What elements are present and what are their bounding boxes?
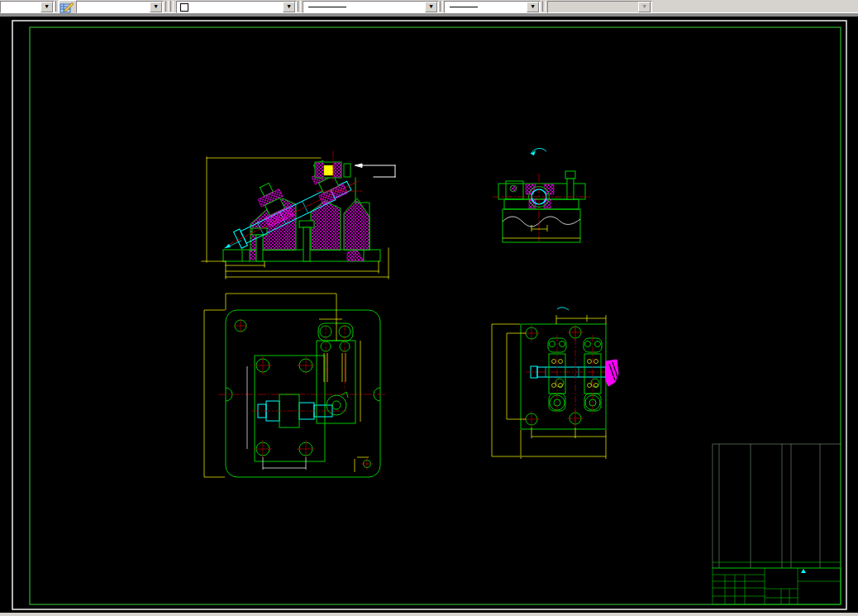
front-view	[202, 151, 395, 279]
dimension-lines	[204, 294, 369, 477]
break-line	[503, 217, 580, 227]
toolbar-separator	[170, 1, 174, 12]
linetype-sample	[308, 7, 346, 7]
university-logo	[801, 569, 806, 573]
chevron-down-icon[interactable]: ▼	[150, 2, 162, 12]
text-style-combo[interactable]: ▼	[76, 1, 164, 13]
linetype-control-combo[interactable]: ▼	[303, 1, 439, 13]
paper-border	[12, 21, 846, 609]
plan-view	[204, 294, 387, 477]
side-section-view	[493, 148, 592, 242]
color-swatch	[180, 3, 188, 12]
lineweight-sample	[450, 7, 478, 7]
toolbar-separator	[440, 1, 443, 12]
plotstyle-control-combo: ▼	[547, 1, 652, 13]
text-style-icon	[60, 2, 74, 13]
toolbar-separator	[298, 1, 301, 12]
chevron-down-icon: ▼	[638, 2, 651, 12]
styles-properties-toolbar: ▼ ▼ ▼ ▼ ▼ ▼	[0, 0, 858, 13]
text-style-manager-button[interactable]	[59, 0, 77, 14]
chevron-down-icon[interactable]: ▼	[527, 2, 539, 12]
toolbar-separator	[165, 1, 169, 12]
dimension-lines	[503, 225, 580, 238]
title-block	[713, 568, 841, 604]
plan-view-b	[492, 308, 618, 459]
corner-holes	[523, 324, 584, 427]
window-bottom-edge	[0, 613, 858, 616]
color-control-combo[interactable]: ▼	[176, 1, 297, 13]
dimension-lines-white	[247, 366, 306, 470]
parts-list-table	[713, 444, 841, 568]
dim-style-combo[interactable]: ▼	[0, 1, 55, 13]
lineweight-control-combo[interactable]: ▼	[444, 1, 541, 13]
chevron-down-icon[interactable]: ▼	[425, 2, 437, 12]
chevron-down-icon[interactable]: ▼	[41, 2, 53, 12]
drawing-canvas[interactable]	[0, 17, 858, 613]
detail-bracket	[355, 164, 395, 177]
bolt-holes	[254, 356, 315, 458]
cad-application-window: { "toolbar": { "partial_combo_value": ""…	[0, 0, 858, 616]
chevron-down-icon[interactable]: ▼	[283, 2, 295, 12]
toolbar-separator	[542, 1, 546, 12]
drawing-svg[interactable]	[0, 17, 858, 613]
